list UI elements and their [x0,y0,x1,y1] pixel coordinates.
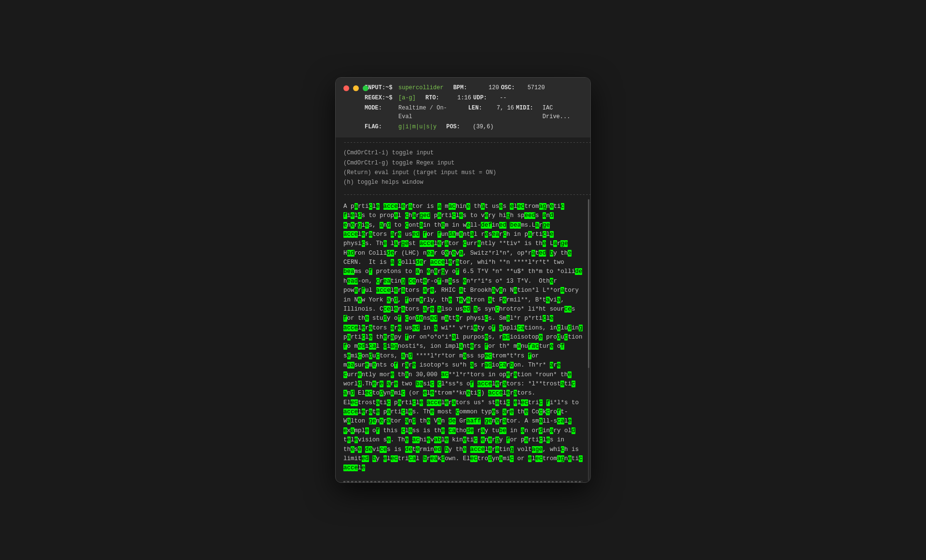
match-highlight: a [343,231,347,238]
match-highlight: d [416,315,420,322]
match-highlight: e [354,464,358,471]
match-highlight: e [564,240,568,247]
match-highlight: e [372,418,376,424]
match-highlight: c [463,240,467,247]
match-highlight: c [506,399,510,406]
match-highlight: d [575,268,579,275]
match-highlight: d [488,455,492,462]
match-highlight: d [481,222,485,229]
match-highlight: f [369,268,373,275]
mode-value: Realtime / On-Eval [398,104,459,121]
match-highlight: g [543,222,546,229]
match-highlight: f [423,231,427,238]
match-highlight: a [434,455,438,462]
match-highlight: f [362,287,366,294]
close-button[interactable] [343,85,349,91]
scrollbar-thumb[interactable] [588,199,589,368]
match-highlight: e [495,418,499,424]
match-highlight: c [362,334,366,341]
match-highlight: e [543,240,546,247]
match-highlight: a [557,297,561,303]
match-highlight: a [481,203,485,210]
content-area[interactable]: A particle accelerator is a machine that… [336,199,590,481]
match-highlight: c [488,353,492,359]
match-highlight: e [488,437,492,443]
match-highlight: f [528,353,532,359]
match-highlight: a [391,390,395,396]
match-highlight: e [369,446,373,453]
match-highlight: c [347,409,351,415]
match-highlight: a [398,399,402,406]
match-highlight: a [546,297,550,303]
match-highlight: e [365,427,369,434]
match-highlight: e [387,306,391,313]
match-highlight: a [539,418,543,424]
match-highlight: b [423,455,427,462]
match-highlight: e [427,418,431,424]
match-highlight: e [347,268,351,275]
match-highlight: c [351,409,354,415]
len-label: LEN: [468,104,495,112]
minimize-button[interactable] [353,85,359,91]
match-highlight: d [416,259,420,266]
match-highlight: c [517,325,521,331]
scrollbar[interactable] [588,199,589,481]
match-highlight: e [383,455,387,462]
match-highlight: a [445,315,449,322]
match-highlight: c [521,203,525,210]
match-highlight: a [474,306,477,313]
match-highlight: c [481,381,485,387]
match-highlight: c [351,325,354,331]
match-highlight: d [531,212,535,219]
match-highlight: e [354,231,358,238]
input-label: INPUT:~$ [365,83,398,92]
match-highlight: e [347,353,351,359]
header-info: INPUT:~$ supercollider BPM: 120 OSC: 571… [365,83,583,133]
match-highlight: c [383,287,387,294]
match-highlight: a [445,240,449,247]
match-highlight: d [437,446,441,453]
match-highlight: c [380,287,383,294]
match-highlight: e [437,399,441,406]
match-highlight: d [543,250,546,257]
match-highlight: e [481,446,485,453]
help-line-1: (CmdOrCtrl-i) toggle input [343,148,583,158]
match-highlight: c [343,371,347,378]
match-highlight: d [365,446,369,453]
match-highlight: e [485,334,489,341]
match-highlight: e [445,437,449,443]
match-highlight: c [347,325,351,331]
match-highlight: e [550,315,554,322]
input-row: INPUT:~$ supercollider BPM: 120 OSC: 571… [365,83,583,92]
help-line-3: (Return) eval input (target input must =… [343,168,583,178]
divider-1: ----------------------------------------… [336,137,590,147]
match-highlight: c [412,399,416,406]
match-highlight: e [499,287,503,294]
match-highlight: e [365,315,369,322]
match-highlight: c [347,464,351,471]
match-highlight: a [503,418,506,424]
match-highlight: a [560,381,564,387]
match-highlight: c [383,306,387,313]
match-highlight: d [358,381,362,387]
match-highlight: c [495,306,499,313]
match-highlight: c [452,212,456,219]
match-highlight: a [343,464,347,471]
match-highlight: a [394,240,398,247]
match-highlight: e [568,418,572,424]
divider-2: ----------------------------------------… [336,190,590,199]
match-highlight: e [398,325,402,331]
match-highlight: e [466,203,470,210]
match-highlight: a [492,287,496,294]
match-highlight: e [449,259,452,266]
match-highlight: a [437,203,441,210]
match-highlight: a [351,278,354,285]
maximize-button[interactable] [363,85,368,91]
match-highlight: e [514,399,517,406]
osc-value: 57120 [528,83,545,92]
match-highlight: c [437,381,441,387]
match-highlight: e [401,203,405,210]
match-highlight: a [521,325,525,331]
match-highlight: c [362,240,366,247]
match-highlight: a [524,437,528,443]
